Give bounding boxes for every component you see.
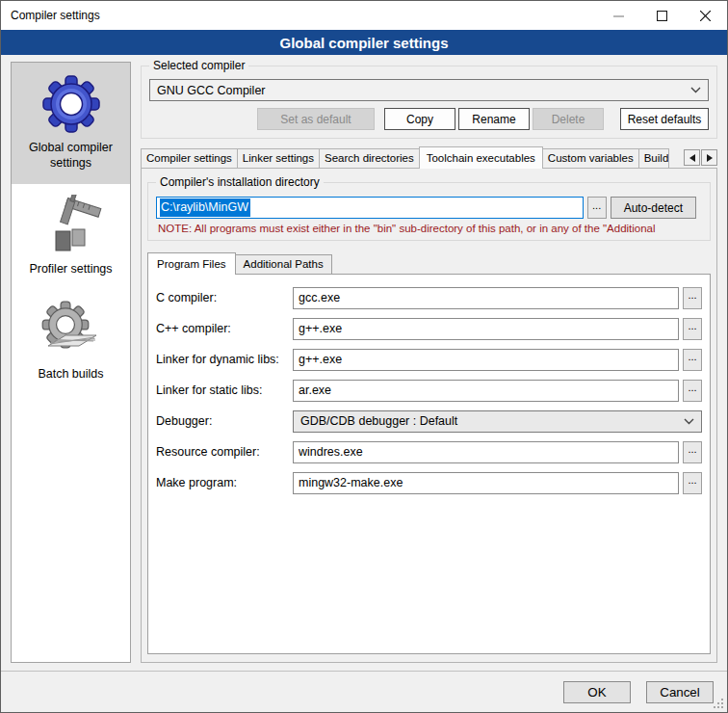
field-label: Linker for dynamic libs: xyxy=(156,353,289,366)
resource-compiler-input[interactable] xyxy=(293,441,679,463)
tab-build-options[interactable]: Build xyxy=(638,148,670,168)
blue-gear-icon xyxy=(40,73,102,135)
set-as-default-button: Set as default xyxy=(257,108,375,130)
reset-defaults-button[interactable]: Reset defaults xyxy=(620,108,709,130)
dialog-header: Global compiler settings xyxy=(1,30,727,55)
debugger-value: GDB/CDB debugger : Default xyxy=(300,414,680,428)
form-row-linker-dynamic: Linker for dynamic libs: ... xyxy=(156,348,702,371)
sidebar-item-global-compiler-settings[interactable]: Global compiler settings xyxy=(12,63,130,184)
program-files-page: C compiler: ... C++ compiler: ... Linker… xyxy=(147,274,711,654)
toolchain-subtabstrip: Program Files Additional Paths xyxy=(147,252,711,274)
field-label: C++ compiler: xyxy=(156,322,289,335)
dialog-footer: OK Cancel xyxy=(1,671,727,712)
tab-search-directories[interactable]: Search directories xyxy=(319,148,420,168)
arrow-right-icon xyxy=(707,154,713,162)
gray-gear-stack-icon xyxy=(40,300,102,361)
tab-scroll-right-button[interactable] xyxy=(701,149,717,166)
delete-button: Delete xyxy=(533,108,604,130)
field-label: Resource compiler: xyxy=(156,445,289,459)
chevron-down-icon xyxy=(684,418,694,425)
selected-compiler-dropdown[interactable]: GNU GCC Compiler xyxy=(149,79,709,101)
minimize-button[interactable] xyxy=(597,1,640,30)
install-dir-input[interactable]: C:\raylib\MinGW xyxy=(156,197,584,219)
tab-scroll-left-button[interactable] xyxy=(684,149,700,166)
toolchain-executables-panel: Compiler's installation directory C:\ray… xyxy=(141,168,717,663)
selected-compiler-value: GNU GCC Compiler xyxy=(157,84,687,97)
close-icon xyxy=(700,11,711,21)
install-dir-browse-button[interactable]: ... xyxy=(587,197,607,219)
dialog-header-title: Global compiler settings xyxy=(279,35,448,51)
install-dir-note: NOTE: All programs must exist either in … xyxy=(158,223,696,234)
group-legend: Compiler's installation directory xyxy=(156,175,324,189)
linker-dynamic-browse-button[interactable]: ... xyxy=(683,349,702,371)
tab-compiler-settings[interactable]: Compiler settings xyxy=(141,148,238,168)
copy-button[interactable]: Copy xyxy=(384,108,455,130)
install-dir-selected-text: C:\raylib\MinGW xyxy=(160,198,250,217)
window-title: Compiler settings xyxy=(1,9,100,22)
sidebar-item-profiler-settings[interactable]: Profiler settings xyxy=(12,184,130,289)
form-row-cpp-compiler: C++ compiler: ... xyxy=(156,317,702,340)
sidebar-item-label: Profiler settings xyxy=(29,261,112,277)
caption-buttons xyxy=(597,1,727,30)
debugger-dropdown[interactable]: GDB/CDB debugger : Default xyxy=(293,410,702,433)
titlebar: Compiler settings xyxy=(1,1,727,30)
tab-custom-variables[interactable]: Custom variables xyxy=(542,148,639,168)
linker-dynamic-input[interactable] xyxy=(293,349,679,371)
tab-scroll-buttons xyxy=(684,149,717,168)
compiler-settings-window: Compiler settings Global compiler settin… xyxy=(0,0,728,713)
linker-static-browse-button[interactable]: ... xyxy=(683,380,702,402)
minimize-icon xyxy=(613,11,624,21)
form-row-resource-compiler: Resource compiler: ... xyxy=(156,440,702,463)
resize-grip[interactable] xyxy=(713,698,724,709)
make-program-input[interactable] xyxy=(293,472,679,494)
sidebar-item-label: Batch builds xyxy=(38,366,103,382)
sidebar-item-batch-builds[interactable]: Batch builds xyxy=(12,289,130,394)
cancel-button[interactable]: Cancel xyxy=(646,681,714,703)
tab-linker-settings[interactable]: Linker settings xyxy=(237,148,320,168)
maximize-icon xyxy=(657,11,667,21)
chevron-down-icon xyxy=(690,87,701,93)
form-row-linker-static: Linker for static libs: ... xyxy=(156,379,702,402)
form-row-debugger: Debugger: GDB/CDB debugger : Default xyxy=(156,409,702,433)
compiler-buttons-row: Set as default Copy Rename Delete Reset … xyxy=(149,108,709,130)
form-row-make-program: Make program: ... xyxy=(156,471,702,494)
form-row-c-compiler: C compiler: ... xyxy=(156,286,702,309)
auto-detect-button[interactable]: Auto-detect xyxy=(611,197,696,219)
selected-compiler-group: Selected compiler GNU GCC Compiler Set a… xyxy=(141,66,717,139)
c-compiler-input[interactable] xyxy=(293,287,679,309)
linker-static-input[interactable] xyxy=(293,380,679,402)
install-dir-group: Compiler's installation directory C:\ray… xyxy=(147,182,711,241)
ok-button[interactable]: OK xyxy=(563,681,631,703)
maximize-button[interactable] xyxy=(640,1,684,30)
settings-category-list: Global compiler settings xyxy=(11,62,131,663)
field-label: Debugger: xyxy=(156,414,289,428)
rename-button[interactable]: Rename xyxy=(458,108,530,130)
field-label: Linker for static libs: xyxy=(156,383,289,397)
arrow-left-icon xyxy=(689,154,695,162)
resource-compiler-browse-button[interactable]: ... xyxy=(683,441,702,463)
group-legend: Selected compiler xyxy=(149,59,248,72)
main-tabstrip: Compiler settings Linker settings Search… xyxy=(141,146,717,168)
caliper-icon xyxy=(40,195,102,256)
close-button[interactable] xyxy=(684,1,727,30)
tab-toolchain-executables[interactable]: Toolchain executables xyxy=(419,146,543,169)
tab-additional-paths[interactable]: Additional Paths xyxy=(235,254,332,274)
cpp-compiler-input[interactable] xyxy=(293,318,679,340)
field-label: Make program: xyxy=(156,476,289,489)
field-label: C compiler: xyxy=(156,291,289,304)
c-compiler-browse-button[interactable]: ... xyxy=(683,287,702,309)
cpp-compiler-browse-button[interactable]: ... xyxy=(683,318,702,340)
tab-program-files[interactable]: Program Files xyxy=(147,252,236,275)
make-program-browse-button[interactable]: ... xyxy=(683,472,702,494)
sidebar-item-label: Global compiler settings xyxy=(14,140,127,172)
